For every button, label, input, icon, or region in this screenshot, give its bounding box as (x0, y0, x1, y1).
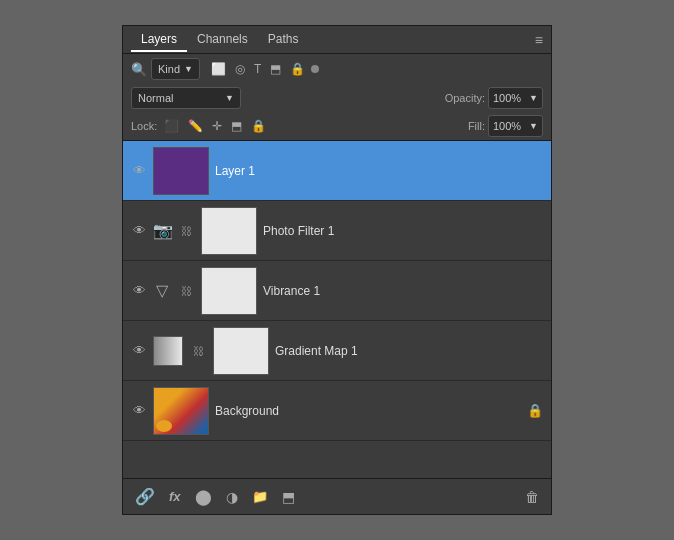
smart-filter-icon[interactable]: 🔒 (287, 61, 308, 77)
visibility-icon[interactable]: 👁 (131, 403, 147, 418)
panel-tabs: Layers Channels Paths ≡ (123, 26, 551, 54)
layer-thumbnail (153, 147, 209, 195)
visibility-icon[interactable]: 👁 (131, 283, 147, 298)
lock-all-icon[interactable]: 🔒 (249, 118, 268, 134)
layer-thumbnail (201, 207, 257, 255)
chevron-down-blend-icon: ▼ (225, 93, 234, 103)
layer-name: Layer 1 (215, 164, 543, 178)
lock-artboard-icon[interactable]: ⬒ (229, 118, 244, 134)
blend-mode-dropdown[interactable]: Normal ▼ (131, 87, 241, 109)
opacity-label: Opacity: (445, 92, 485, 104)
link-icon: ⛓ (189, 345, 207, 357)
pixel-filter-icon[interactable]: ⬜ (208, 61, 229, 77)
filter-row: 🔍 Kind ▼ ⬜ ◎ T ⬒ 🔒 (123, 54, 551, 84)
layer-item[interactable]: 👁 Layer 1 (123, 141, 551, 201)
layer-icon-thumb (153, 336, 183, 366)
shape-filter-icon[interactable]: ⬒ (267, 61, 284, 77)
new-group-button[interactable]: 📁 (248, 487, 272, 506)
layer-item[interactable]: 👁 Background 🔒 (123, 381, 551, 441)
tab-layers[interactable]: Layers (131, 28, 187, 52)
type-filter-icon[interactable]: T (251, 61, 264, 77)
white-thumb (202, 208, 256, 254)
tab-paths[interactable]: Paths (258, 28, 309, 52)
lock-position-icon[interactable]: ✛ (210, 118, 224, 134)
lock-label: Lock: (131, 120, 157, 132)
lock-image-icon[interactable]: ✏️ (186, 118, 205, 134)
layer-item[interactable]: 👁 ⛓ Gradient Map 1 (123, 321, 551, 381)
opacity-group: Opacity: 100% ▼ (445, 87, 543, 109)
new-layer-button[interactable]: ⬒ (278, 487, 299, 507)
link-layers-button[interactable]: 🔗 (131, 485, 159, 508)
fill-group: Fill: 100% ▼ (468, 115, 543, 137)
filter-toggle[interactable] (311, 65, 319, 73)
fx-button[interactable]: fx (165, 487, 185, 506)
vibrance-icon: ▽ (153, 281, 171, 300)
layers-panel: Layers Channels Paths ≡ 🔍 Kind ▼ ⬜ ◎ T ⬒… (122, 25, 552, 515)
adjustment-filter-icon[interactable]: ◎ (232, 61, 248, 77)
camera-icon: 📷 (153, 221, 171, 240)
fill-input[interactable]: 100% ▼ (488, 115, 543, 137)
photo-thumb (154, 388, 208, 434)
layer-name: Gradient Map 1 (275, 344, 543, 358)
visibility-icon[interactable]: 👁 (131, 163, 147, 178)
layers-list: 👁 Layer 1 👁 📷 ⛓ Photo Filter 1 👁 ▽ (123, 141, 551, 478)
blend-row: Normal ▼ Opacity: 100% ▼ (123, 84, 551, 112)
link-icon: ⛓ (177, 225, 195, 237)
new-fill-button[interactable]: ◑ (222, 487, 242, 507)
lock-row: Lock: ⬛ ✏️ ✛ ⬒ 🔒 Fill: 100% ▼ (123, 112, 551, 141)
layer-name: Background (215, 404, 521, 418)
chevron-opacity-icon: ▼ (529, 93, 538, 103)
layer-thumbnail (153, 387, 209, 435)
panel-menu-icon[interactable]: ≡ (535, 32, 543, 48)
white-thumb (202, 268, 256, 314)
lock-pixel-icon[interactable]: ⬛ (162, 118, 181, 134)
layer-thumbnail (201, 267, 257, 315)
layer-name: Vibrance 1 (263, 284, 543, 298)
layer-item[interactable]: 👁 📷 ⛓ Photo Filter 1 (123, 201, 551, 261)
white-thumb (214, 328, 268, 374)
kind-dropdown[interactable]: Kind ▼ (151, 58, 200, 80)
link-icon: ⛓ (177, 285, 195, 297)
fill-label: Fill: (468, 120, 485, 132)
visibility-icon[interactable]: 👁 (131, 343, 147, 358)
add-mask-button[interactable]: ⬤ (191, 486, 216, 508)
lock-background-icon: 🔒 (527, 403, 543, 418)
layer-thumbnail (213, 327, 269, 375)
layer-name: Photo Filter 1 (263, 224, 543, 238)
panel-footer: 🔗 fx ⬤ ◑ 📁 ⬒ 🗑 (123, 478, 551, 514)
tab-channels[interactable]: Channels (187, 28, 258, 52)
delete-layer-button[interactable]: 🗑 (521, 487, 543, 507)
filter-icons: ⬜ ◎ T ⬒ 🔒 (208, 61, 319, 77)
search-icon: 🔍 (131, 62, 147, 77)
opacity-input[interactable]: 100% ▼ (488, 87, 543, 109)
chevron-fill-icon: ▼ (529, 121, 538, 131)
layer-item[interactable]: 👁 ▽ ⛓ Vibrance 1 (123, 261, 551, 321)
chevron-down-icon: ▼ (184, 64, 193, 74)
purple-thumb (154, 148, 208, 194)
visibility-icon[interactable]: 👁 (131, 223, 147, 238)
